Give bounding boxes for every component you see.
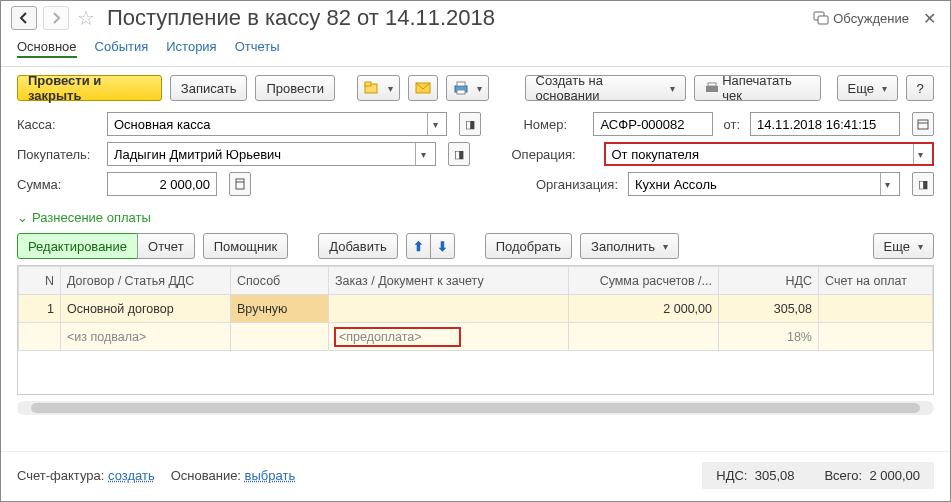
svg-rect-3 — [365, 82, 371, 86]
cell-nds[interactable]: 305,08 — [719, 295, 819, 323]
scrollbar-thumb[interactable] — [31, 403, 920, 413]
edit-report-segment: Редактирование Отчет — [17, 233, 195, 259]
col-schet[interactable]: Счет на оплат — [819, 267, 933, 295]
assistant-button[interactable]: Помощник — [203, 233, 289, 259]
horizontal-scrollbar[interactable] — [17, 401, 934, 415]
date-calendar-button[interactable] — [912, 112, 934, 136]
operation-input[interactable]: ▾ — [604, 142, 935, 166]
kassa-label: Касса: — [17, 117, 97, 132]
move-down-button[interactable]: ⬇ — [430, 233, 455, 259]
operation-dropdown-icon[interactable]: ▾ — [913, 144, 928, 164]
cell-sum[interactable]: 2 000,00 — [569, 295, 719, 323]
more-button[interactable]: Еще — [837, 75, 898, 101]
tab-events[interactable]: События — [95, 37, 149, 58]
table-more-button[interactable]: Еще — [873, 233, 934, 259]
col-nds[interactable]: НДС — [719, 267, 819, 295]
date-field[interactable] — [755, 116, 895, 133]
table-row[interactable]: 1 Основной договор Вручную 2 000,00 305,… — [19, 295, 933, 323]
buyer-open-button[interactable]: ◨ — [448, 142, 470, 166]
cell-nds[interactable]: 18% — [719, 323, 819, 351]
edit-mode-button[interactable]: Редактирование — [17, 233, 138, 259]
discussion-button[interactable]: Обсуждение — [813, 11, 909, 26]
org-dropdown-icon[interactable]: ▾ — [880, 173, 895, 195]
kassa-dropdown-icon[interactable]: ▾ — [427, 113, 442, 135]
totals-total-label: Всего: — [824, 468, 862, 483]
move-up-button[interactable]: ⬆ — [406, 233, 431, 259]
receipt-printer-icon — [705, 82, 718, 94]
date-input[interactable] — [750, 112, 900, 136]
kassa-open-button[interactable]: ◨ — [459, 112, 481, 136]
cell-dds[interactable]: Основной договор — [61, 295, 231, 323]
payment-table[interactable]: N Договор / Статья ДДС Способ Заказ / До… — [17, 265, 934, 395]
cell-schet[interactable] — [819, 323, 933, 351]
sum-input[interactable] — [107, 172, 217, 196]
org-field[interactable] — [633, 176, 880, 193]
save-button[interactable]: Записать — [170, 75, 248, 101]
cell-zak[interactable]: <предоплата> — [329, 323, 569, 351]
cell-zak-value: <предоплата> — [335, 328, 460, 346]
nav-back-button[interactable] — [11, 6, 37, 30]
post-and-close-button[interactable]: Провести и закрыть — [17, 75, 162, 101]
post-button[interactable]: Провести — [255, 75, 335, 101]
cell-sposob[interactable]: Вручную — [231, 295, 329, 323]
page-title: Поступление в кассу 82 от 14.11.2018 — [107, 5, 807, 31]
cell-sum[interactable] — [569, 323, 719, 351]
number-field[interactable] — [598, 116, 708, 133]
col-dds[interactable]: Договор / Статья ДДС — [61, 267, 231, 295]
cell-zak[interactable] — [329, 295, 569, 323]
buyer-field[interactable] — [112, 146, 415, 163]
col-sposob[interactable]: Способ — [231, 267, 329, 295]
svg-rect-12 — [236, 179, 244, 189]
osn-select-link[interactable]: выбрать — [245, 468, 296, 483]
buyer-input[interactable]: ▾ — [107, 142, 436, 166]
sf-label: Счет-фактура: — [17, 468, 104, 483]
main-toolbar: Провести и закрыть Записать Провести Соз… — [1, 67, 950, 110]
sum-label: Сумма: — [17, 177, 97, 192]
report-mode-button[interactable]: Отчет — [137, 233, 195, 259]
cell-n[interactable]: 1 — [19, 295, 61, 323]
col-n[interactable]: N — [19, 267, 61, 295]
org-input[interactable]: ▾ — [628, 172, 900, 196]
email-button[interactable] — [408, 75, 438, 101]
cell-schet[interactable] — [819, 295, 933, 323]
payment-section-header[interactable]: ⌄ Разнесение оплаты — [1, 208, 950, 227]
close-icon[interactable]: ✕ — [919, 9, 940, 28]
kassa-field[interactable] — [112, 116, 427, 133]
kassa-input[interactable]: ▾ — [107, 112, 447, 136]
tab-history[interactable]: История — [166, 37, 216, 58]
cell-n[interactable] — [19, 323, 61, 351]
printer-icon — [453, 81, 469, 95]
fill-button[interactable]: Заполнить — [580, 233, 679, 259]
org-open-button[interactable]: ◨ — [912, 172, 934, 196]
sf-create-link[interactable]: создать — [108, 468, 155, 483]
buyer-label: Покупатель: — [17, 147, 97, 162]
buyer-dropdown-icon[interactable]: ▾ — [415, 143, 430, 165]
svg-rect-10 — [918, 120, 928, 129]
favorite-star-icon[interactable]: ☆ — [75, 7, 97, 29]
col-sum[interactable]: Сумма расчетов /... — [569, 267, 719, 295]
col-zak[interactable]: Заказ / Документ к зачету — [329, 267, 569, 295]
nav-forward-button[interactable] — [43, 6, 69, 30]
cell-dds[interactable]: <из подвала> — [61, 323, 231, 351]
print-check-label: Напечатать чек — [722, 73, 809, 103]
print-button[interactable] — [446, 75, 489, 101]
tabs: Основное События История Отчеты — [1, 37, 950, 67]
create-based-button[interactable]: Создать на основании — [525, 75, 686, 101]
number-input[interactable] — [593, 112, 713, 136]
calculator-icon — [235, 178, 245, 190]
print-check-button[interactable]: Напечатать чек — [694, 75, 821, 101]
svg-rect-6 — [457, 82, 465, 86]
calendar-icon — [917, 118, 929, 130]
attach-button[interactable] — [357, 75, 400, 101]
tab-reports[interactable]: Отчеты — [235, 37, 280, 58]
sum-field[interactable] — [112, 176, 212, 193]
sum-calc-button[interactable] — [229, 172, 251, 196]
operation-field[interactable] — [610, 146, 913, 163]
help-button[interactable]: ? — [906, 75, 934, 101]
cell-sposob[interactable] — [231, 323, 329, 351]
tab-main[interactable]: Основное — [17, 37, 77, 58]
add-row-button[interactable]: Добавить — [318, 233, 397, 259]
pick-button[interactable]: Подобрать — [485, 233, 572, 259]
table-row[interactable]: <из подвала> <предоплата> 18% — [19, 323, 933, 351]
table-header-row: N Договор / Статья ДДС Способ Заказ / До… — [19, 267, 933, 295]
